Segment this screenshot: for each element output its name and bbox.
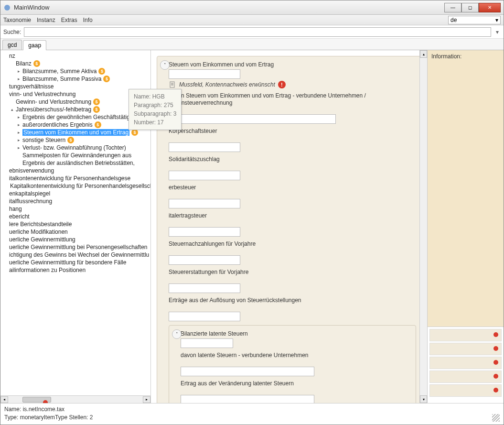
thumbnail-item[interactable] bbox=[429, 343, 502, 355]
expander-icon[interactable] bbox=[2, 206, 8, 212]
tab-gaap[interactable]: gaap bbox=[23, 40, 46, 50]
expander-icon[interactable]: ▸ bbox=[16, 68, 21, 74]
expander-icon[interactable]: ▸ bbox=[16, 122, 21, 128]
tree-node[interactable]: tungsverhältnisse bbox=[0, 83, 150, 90]
field-label: Bilanzierte latente Steuern bbox=[181, 330, 410, 338]
tab-gcd[interactable]: gcd bbox=[2, 40, 22, 50]
field-input[interactable] bbox=[169, 171, 240, 180]
tree-node[interactable]: ▸Bilanzsumme, Summe Aktiva$ bbox=[0, 67, 150, 75]
field-input[interactable] bbox=[181, 367, 314, 376]
horizontal-scrollbar[interactable]: ◂ ▸ bbox=[0, 395, 150, 403]
menu-instanz[interactable]: Instanz bbox=[37, 17, 55, 23]
field-input-subheader[interactable] bbox=[181, 338, 233, 348]
field-input[interactable] bbox=[169, 227, 240, 237]
thumbnail-item[interactable] bbox=[429, 357, 502, 369]
expander-icon[interactable]: ▸ bbox=[16, 114, 21, 120]
tree-node[interactable]: ▸Ergebnis der gewöhnlichen Geschäftstäti… bbox=[0, 113, 150, 121]
scroll-down-icon[interactable]: ▾ bbox=[420, 395, 427, 403]
tree-node[interactable]: ▸Verlust- bzw. Gewinnabführung (Tochter) bbox=[0, 144, 150, 152]
expander-icon[interactable] bbox=[16, 153, 21, 158]
scroll-right-icon[interactable]: ▸ bbox=[143, 396, 150, 403]
chevron-down-icon[interactable]: ▾ bbox=[494, 29, 501, 35]
field-input[interactable] bbox=[181, 395, 314, 403]
tree-node[interactable]: Kapitalkontenentwicklung für Personenhan… bbox=[0, 182, 150, 190]
expander-icon[interactable] bbox=[2, 260, 8, 265]
tree-node[interactable]: ebnisverwendung bbox=[0, 167, 150, 174]
menu-info[interactable]: Info bbox=[83, 17, 93, 23]
field-input[interactable] bbox=[169, 312, 240, 321]
expander-icon[interactable] bbox=[2, 198, 8, 204]
field-input[interactable] bbox=[169, 255, 240, 265]
expander-icon[interactable] bbox=[2, 229, 8, 235]
expander-icon[interactable] bbox=[2, 191, 8, 196]
expander-icon[interactable] bbox=[2, 168, 8, 174]
tree-node[interactable]: ichtigung des Gewinns bei Wechsel der Ge… bbox=[0, 251, 150, 259]
expander-icon[interactable]: ▸ bbox=[16, 76, 21, 82]
expander-icon[interactable] bbox=[9, 61, 15, 66]
expander-icon[interactable] bbox=[2, 252, 8, 258]
expander-icon[interactable]: ▸ bbox=[16, 145, 21, 151]
minimize-button[interactable]: — bbox=[444, 3, 461, 12]
expander-icon[interactable]: ▸ bbox=[16, 130, 21, 135]
tree-node[interactable]: italkontenentwicklung für Personenhandel… bbox=[0, 174, 150, 182]
expander-icon[interactable] bbox=[2, 84, 8, 89]
tree-node[interactable]: uerliche Gewinnermittlung bei Personenge… bbox=[0, 243, 150, 251]
expander-icon[interactable] bbox=[2, 175, 8, 181]
menu-extras[interactable]: Extras bbox=[61, 17, 77, 23]
scroll-left-icon[interactable]: ◂ bbox=[0, 396, 8, 403]
tree-node[interactable]: ▸Steuern vom Einkommen und vom Ertrag$ bbox=[0, 129, 150, 136]
tree-node[interactable]: hang bbox=[0, 205, 150, 213]
tree-node[interactable]: ▸sonstige Steuern$ bbox=[0, 136, 150, 144]
field-input[interactable] bbox=[169, 114, 336, 124]
tree-node[interactable]: vinn- und Verlustrechnung bbox=[0, 90, 150, 98]
tree-node[interactable]: Sammelposten für Gewinnänderungen aus bbox=[0, 152, 150, 159]
search-input[interactable] bbox=[24, 27, 491, 37]
tree-node[interactable]: ailinformationen zu Positionen bbox=[0, 266, 150, 274]
field-label: Steuernachzahlungen für Vorjahre bbox=[169, 240, 416, 248]
scroll-up-icon[interactable]: ▴ bbox=[420, 50, 427, 58]
expander-icon[interactable] bbox=[2, 221, 8, 227]
thumbnail-item[interactable] bbox=[429, 384, 502, 397]
maximize-button[interactable]: ◻ bbox=[461, 3, 479, 12]
tree-node[interactable]: lere Berichtsbestandteile bbox=[0, 220, 150, 228]
expander-icon[interactable] bbox=[16, 160, 21, 166]
language-select[interactable]: de ▾ bbox=[448, 16, 501, 24]
expander-icon[interactable] bbox=[2, 53, 8, 59]
tree-node[interactable]: uerliche Gewinnermittlung für besondere … bbox=[0, 259, 150, 266]
tree-node[interactable]: ▸Bilanzsumme, Summe Passiva$ bbox=[0, 75, 150, 83]
scrollbar-thumb[interactable] bbox=[22, 397, 51, 403]
tree-node[interactable]: ebericht bbox=[0, 213, 150, 220]
expander-icon[interactable] bbox=[9, 99, 15, 105]
resize-grip[interactable] bbox=[492, 414, 500, 422]
expander-icon[interactable]: ▴ bbox=[9, 107, 15, 112]
thumbnail-item[interactable] bbox=[429, 329, 502, 341]
tree-node[interactable]: Bilanz$ bbox=[0, 60, 150, 67]
collapse-button[interactable]: ˄ bbox=[172, 329, 182, 339]
menu-taxonomie[interactable]: Taxonomie bbox=[3, 17, 31, 23]
tooltip-line: Number: 17 bbox=[134, 118, 176, 127]
expander-icon[interactable] bbox=[2, 237, 8, 242]
tree-node[interactable]: italflussrechnung bbox=[0, 197, 150, 205]
tree-node[interactable]: ▸außerordentliches Ergebnis$ bbox=[0, 121, 150, 129]
tree-node[interactable]: nz bbox=[0, 52, 150, 60]
svg-rect-1 bbox=[170, 82, 174, 87]
tree-node[interactable]: ▴Jahresüberschuss/-fehlbetrag$ bbox=[0, 106, 150, 113]
tree-node[interactable]: Gewinn- und Verlustrechnung$ bbox=[0, 98, 150, 106]
expander-icon[interactable] bbox=[2, 91, 8, 97]
close-button[interactable]: ✕ bbox=[479, 3, 501, 12]
field-input[interactable] bbox=[169, 283, 240, 293]
field-input[interactable] bbox=[169, 142, 240, 152]
tree-node[interactable]: uerliche Gewinnermittlung bbox=[0, 236, 150, 243]
thumbnail-item[interactable] bbox=[429, 371, 502, 383]
collapse-button[interactable]: ˄ bbox=[160, 60, 170, 70]
expander-icon[interactable] bbox=[2, 214, 8, 219]
field-input[interactable] bbox=[169, 199, 240, 208]
tree-node[interactable]: Ergebnis der ausländischen Betriebsstätt… bbox=[0, 159, 150, 167]
info-header: Information: bbox=[428, 50, 504, 63]
expander-icon[interactable]: ▸ bbox=[16, 137, 21, 143]
expander-icon[interactable] bbox=[2, 244, 8, 250]
field-input-header[interactable] bbox=[169, 69, 240, 79]
tree-node[interactable]: uerliche Modifikationen bbox=[0, 228, 150, 236]
expander-icon[interactable] bbox=[2, 267, 8, 273]
tree-node[interactable]: enkapitalspiegel bbox=[0, 190, 150, 197]
